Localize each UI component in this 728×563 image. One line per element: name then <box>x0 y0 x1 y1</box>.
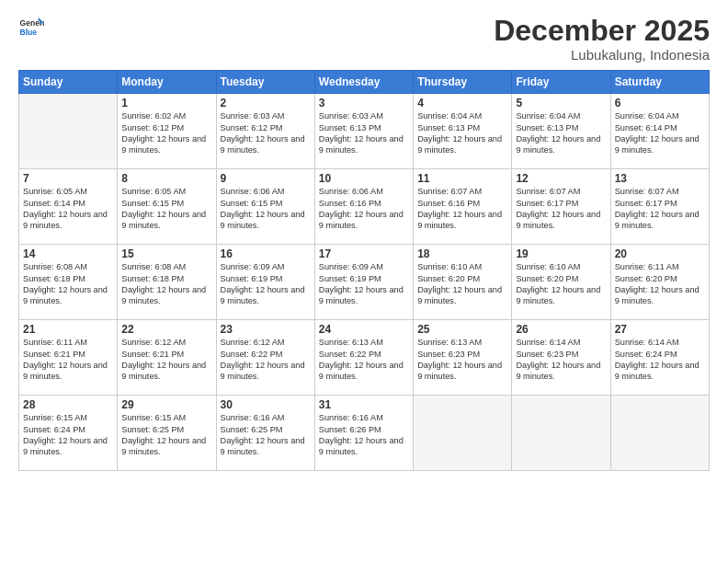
col-saturday: Saturday <box>610 71 709 94</box>
day-number: 8 <box>121 172 211 185</box>
header: General Blue December 2025 Lubukalung, I… <box>18 15 710 63</box>
day-number: 24 <box>319 323 409 336</box>
logo: General Blue <box>18 15 44 40</box>
table-row: 10Sunrise: 6:06 AMSunset: 6:16 PMDayligh… <box>314 169 413 245</box>
sun-info: Sunrise: 6:08 AMSunset: 6:18 PMDaylight:… <box>23 261 113 307</box>
day-number: 25 <box>417 323 507 336</box>
table-row: 26Sunrise: 6:14 AMSunset: 6:23 PMDayligh… <box>512 320 610 396</box>
table-row: 30Sunrise: 6:16 AMSunset: 6:25 PMDayligh… <box>216 396 314 471</box>
calendar-header-row: Sunday Monday Tuesday Wednesday Thursday… <box>19 71 710 94</box>
table-row <box>19 94 118 169</box>
table-row: 7Sunrise: 6:05 AMSunset: 6:14 PMDaylight… <box>19 169 118 245</box>
day-number: 19 <box>516 247 606 260</box>
sun-info: Sunrise: 6:16 AMSunset: 6:25 PMDaylight:… <box>221 412 311 458</box>
table-row: 6Sunrise: 6:04 AMSunset: 6:14 PMDaylight… <box>610 94 709 169</box>
table-row <box>512 396 610 471</box>
day-number: 18 <box>417 247 507 260</box>
sun-info: Sunrise: 6:09 AMSunset: 6:19 PMDaylight:… <box>221 261 311 307</box>
day-number: 3 <box>319 97 409 109</box>
calendar-week-row: 21Sunrise: 6:11 AMSunset: 6:21 PMDayligh… <box>19 320 710 396</box>
day-number: 9 <box>221 172 311 185</box>
table-row: 13Sunrise: 6:07 AMSunset: 6:17 PMDayligh… <box>610 169 709 245</box>
table-row: 4Sunrise: 6:04 AMSunset: 6:13 PMDaylight… <box>414 94 512 169</box>
table-row: 21Sunrise: 6:11 AMSunset: 6:21 PMDayligh… <box>19 320 118 396</box>
sun-info: Sunrise: 6:11 AMSunset: 6:20 PMDaylight:… <box>615 261 705 307</box>
day-number: 26 <box>516 323 606 336</box>
day-number: 31 <box>319 398 409 411</box>
table-row: 14Sunrise: 6:08 AMSunset: 6:18 PMDayligh… <box>19 245 118 320</box>
table-row: 8Sunrise: 6:05 AMSunset: 6:15 PMDaylight… <box>118 169 216 245</box>
day-number: 1 <box>121 97 211 109</box>
day-number: 14 <box>23 247 113 260</box>
sun-info: Sunrise: 6:13 AMSunset: 6:23 PMDaylight:… <box>417 337 507 383</box>
sun-info: Sunrise: 6:11 AMSunset: 6:21 PMDaylight:… <box>23 337 113 383</box>
table-row: 16Sunrise: 6:09 AMSunset: 6:19 PMDayligh… <box>216 245 314 320</box>
col-tuesday: Tuesday <box>216 71 314 94</box>
table-row: 2Sunrise: 6:03 AMSunset: 6:12 PMDaylight… <box>216 94 314 169</box>
table-row: 29Sunrise: 6:15 AMSunset: 6:25 PMDayligh… <box>118 396 216 471</box>
sun-info: Sunrise: 6:05 AMSunset: 6:14 PMDaylight:… <box>23 186 113 232</box>
sun-info: Sunrise: 6:15 AMSunset: 6:25 PMDaylight:… <box>121 412 211 458</box>
day-number: 30 <box>221 398 311 411</box>
sun-info: Sunrise: 6:12 AMSunset: 6:21 PMDaylight:… <box>121 337 211 383</box>
table-row: 31Sunrise: 6:16 AMSunset: 6:26 PMDayligh… <box>314 396 413 471</box>
col-monday: Monday <box>118 71 216 94</box>
title-block: December 2025 Lubukalung, Indonesia <box>494 15 710 63</box>
sun-info: Sunrise: 6:13 AMSunset: 6:22 PMDaylight:… <box>319 337 409 383</box>
day-number: 20 <box>615 247 705 260</box>
day-number: 28 <box>23 398 113 411</box>
day-number: 29 <box>121 398 211 411</box>
sun-info: Sunrise: 6:14 AMSunset: 6:24 PMDaylight:… <box>615 337 705 383</box>
day-number: 7 <box>23 172 113 185</box>
table-row: 18Sunrise: 6:10 AMSunset: 6:20 PMDayligh… <box>414 245 512 320</box>
logo-icon: General Blue <box>18 15 44 40</box>
day-number: 2 <box>221 97 311 109</box>
table-row: 20Sunrise: 6:11 AMSunset: 6:20 PMDayligh… <box>610 245 709 320</box>
table-row: 12Sunrise: 6:07 AMSunset: 6:17 PMDayligh… <box>512 169 610 245</box>
month-title: December 2025 <box>494 15 710 47</box>
table-row: 27Sunrise: 6:14 AMSunset: 6:24 PMDayligh… <box>610 320 709 396</box>
col-thursday: Thursday <box>414 71 512 94</box>
day-number: 17 <box>319 247 409 260</box>
sun-info: Sunrise: 6:07 AMSunset: 6:16 PMDaylight:… <box>417 186 507 232</box>
sun-info: Sunrise: 6:15 AMSunset: 6:24 PMDaylight:… <box>23 412 113 458</box>
day-number: 27 <box>615 323 705 336</box>
day-number: 16 <box>221 247 311 260</box>
sun-info: Sunrise: 6:07 AMSunset: 6:17 PMDaylight:… <box>516 186 606 232</box>
sun-info: Sunrise: 6:12 AMSunset: 6:22 PMDaylight:… <box>221 337 311 383</box>
svg-text:Blue: Blue <box>20 28 38 37</box>
table-row: 19Sunrise: 6:10 AMSunset: 6:20 PMDayligh… <box>512 245 610 320</box>
col-wednesday: Wednesday <box>314 71 413 94</box>
table-row: 23Sunrise: 6:12 AMSunset: 6:22 PMDayligh… <box>216 320 314 396</box>
table-row: 1Sunrise: 6:02 AMSunset: 6:12 PMDaylight… <box>118 94 216 169</box>
calendar-week-row: 28Sunrise: 6:15 AMSunset: 6:24 PMDayligh… <box>19 396 710 471</box>
table-row: 5Sunrise: 6:04 AMSunset: 6:13 PMDaylight… <box>512 94 610 169</box>
day-number: 21 <box>23 323 113 336</box>
table-row <box>610 396 709 471</box>
day-number: 6 <box>615 97 705 109</box>
page: General Blue December 2025 Lubukalung, I… <box>0 0 728 563</box>
table-row: 11Sunrise: 6:07 AMSunset: 6:16 PMDayligh… <box>414 169 512 245</box>
sun-info: Sunrise: 6:07 AMSunset: 6:17 PMDaylight:… <box>615 186 705 232</box>
day-number: 10 <box>319 172 409 185</box>
col-sunday: Sunday <box>19 71 118 94</box>
sun-info: Sunrise: 6:08 AMSunset: 6:18 PMDaylight:… <box>121 261 211 307</box>
table-row: 3Sunrise: 6:03 AMSunset: 6:13 PMDaylight… <box>314 94 413 169</box>
day-number: 4 <box>417 97 507 109</box>
day-number: 13 <box>615 172 705 185</box>
calendar-table: Sunday Monday Tuesday Wednesday Thursday… <box>18 70 710 471</box>
sun-info: Sunrise: 6:14 AMSunset: 6:23 PMDaylight:… <box>516 337 606 383</box>
sun-info: Sunrise: 6:04 AMSunset: 6:13 PMDaylight:… <box>516 110 606 156</box>
day-number: 11 <box>417 172 507 185</box>
sun-info: Sunrise: 6:16 AMSunset: 6:26 PMDaylight:… <box>319 412 409 458</box>
table-row: 17Sunrise: 6:09 AMSunset: 6:19 PMDayligh… <box>314 245 413 320</box>
table-row: 9Sunrise: 6:06 AMSunset: 6:15 PMDaylight… <box>216 169 314 245</box>
day-number: 5 <box>516 97 606 109</box>
sun-info: Sunrise: 6:06 AMSunset: 6:16 PMDaylight:… <box>319 186 409 232</box>
sun-info: Sunrise: 6:03 AMSunset: 6:12 PMDaylight:… <box>221 110 311 156</box>
sun-info: Sunrise: 6:03 AMSunset: 6:13 PMDaylight:… <box>319 110 409 156</box>
col-friday: Friday <box>512 71 610 94</box>
sun-info: Sunrise: 6:06 AMSunset: 6:15 PMDaylight:… <box>221 186 311 232</box>
calendar-week-row: 14Sunrise: 6:08 AMSunset: 6:18 PMDayligh… <box>19 245 710 320</box>
day-number: 15 <box>121 247 211 260</box>
